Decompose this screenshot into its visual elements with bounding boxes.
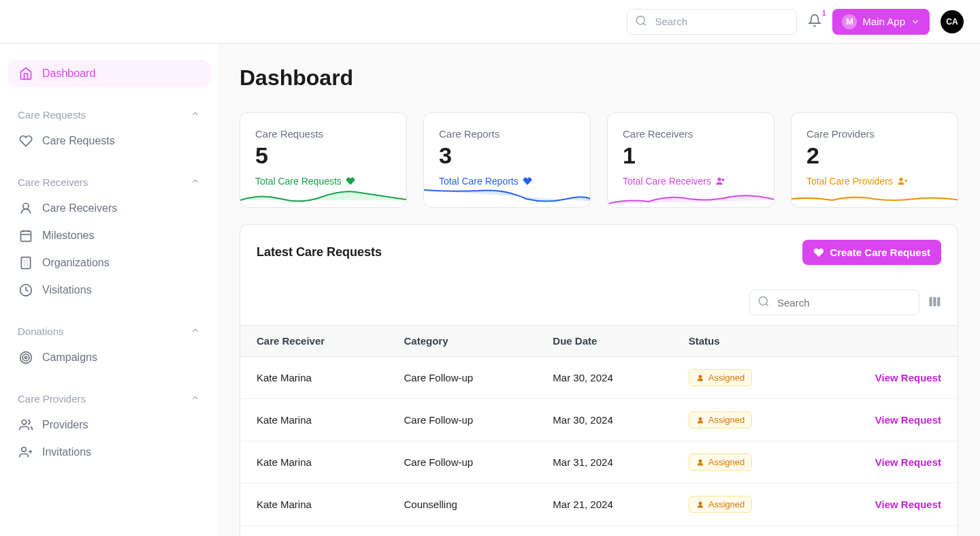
sparkline-icon: [608, 187, 774, 207]
table-row: Kate MarinaCare Follow-upMar 30, 2024Ass…: [240, 357, 958, 399]
svg-rect-3: [21, 231, 31, 241]
care-requests-table: Care Receiver Category Due Date Status K…: [240, 325, 958, 536]
section-title: Care Receivers: [18, 176, 88, 188]
notification-button[interactable]: 1: [808, 14, 821, 29]
users-solid-icon: [715, 176, 726, 187]
building-icon: [18, 256, 34, 270]
sidebar-item-campaigns[interactable]: Campaigns: [8, 344, 210, 371]
table-row: Kate MarinaCounsellingMar 21, 2024Assign…: [240, 484, 958, 526]
chevron-up-icon: [191, 109, 200, 121]
sidebar-item-invitations[interactable]: Invitations: [8, 439, 210, 466]
app-selector[interactable]: M Main App: [832, 9, 930, 35]
stat-footer: Total Care Providers: [806, 176, 943, 187]
section-title: Donations: [18, 326, 64, 337]
section-care-providers[interactable]: Care Providers: [8, 386, 210, 411]
status-badge: Assigned: [689, 454, 752, 471]
sidebar-item-label: Campaigns: [42, 351, 200, 364]
col-category: Category: [387, 326, 536, 357]
search-icon: [635, 14, 647, 29]
user-solid-icon: [696, 374, 704, 382]
stat-label: Care Requests: [255, 128, 391, 140]
cell-receiver: Kate Marina: [240, 484, 387, 526]
table-row: Kate MarinaCounsellingFeb 29, 2024Assign…: [240, 526, 958, 537]
table-search-input[interactable]: [749, 289, 919, 315]
sidebar-item-organizations[interactable]: Organizations: [8, 249, 210, 277]
svg-rect-28: [933, 297, 936, 306]
stat-footer: Total Care Reports: [439, 176, 575, 187]
sidebar-item-label: Providers: [42, 419, 200, 431]
stat-value: 3: [439, 142, 575, 169]
cell-category: Care Follow-up: [387, 441, 536, 484]
cell-category: Care Follow-up: [387, 357, 536, 399]
cell-status: Assigned: [672, 357, 813, 399]
view-request-link[interactable]: View Request: [813, 441, 958, 484]
section-care-requests[interactable]: Care Requests: [8, 102, 210, 127]
svg-rect-27: [930, 297, 932, 306]
stat-label: Care Reports: [439, 128, 575, 140]
cell-status: Assigned: [672, 484, 813, 526]
cell-due-date: Mar 30, 2024: [536, 357, 672, 399]
heart-icon: [18, 134, 34, 148]
cell-category: Counselling: [387, 526, 536, 537]
section-care-receivers[interactable]: Care Receivers: [8, 170, 210, 195]
sidebar-item-label: Visitations: [42, 284, 200, 296]
svg-point-30: [698, 375, 702, 378]
sidebar-item-label: Invitations: [42, 446, 200, 458]
svg-point-25: [759, 297, 767, 305]
chevron-down-icon: [911, 17, 920, 27]
sidebar-item-label: Organizations: [42, 257, 200, 269]
user-plus-icon: [18, 445, 34, 459]
notification-count: 1: [822, 10, 826, 17]
sidebar: Dashboard Care Requests Care Requests Ca…: [0, 44, 218, 536]
header-search[interactable]: [627, 9, 797, 35]
svg-line-1: [644, 22, 646, 25]
heart-icon-solid-icon: [346, 176, 355, 186]
cell-due-date: Mar 21, 2024: [536, 484, 672, 526]
svg-point-16: [22, 354, 29, 361]
sidebar-item-label: Milestones: [42, 230, 200, 242]
sidebar-item-visitations[interactable]: Visitations: [8, 277, 210, 304]
section-donations[interactable]: Donations: [8, 319, 210, 344]
svg-point-24: [899, 178, 902, 181]
sidebar-item-dashboard[interactable]: Dashboard: [8, 60, 210, 87]
svg-line-26: [766, 304, 768, 306]
cell-receiver: Kate Marina: [240, 357, 387, 399]
view-request-link[interactable]: View Request: [813, 357, 958, 399]
stat-card-care-requests: Care Requests 5 Total Care Requests: [240, 112, 407, 208]
view-request-link[interactable]: View Request: [813, 526, 958, 537]
sidebar-item-label: Care Receivers: [42, 202, 200, 215]
sidebar-item-milestones[interactable]: Milestones: [8, 222, 210, 249]
svg-point-32: [698, 459, 702, 462]
users-icon: [18, 418, 34, 432]
user-solid-icon: [696, 458, 704, 467]
clock-icon: [18, 283, 34, 297]
calendar-icon: [18, 229, 34, 242]
table-search[interactable]: [749, 289, 919, 315]
svg-point-18: [22, 420, 27, 425]
svg-point-0: [637, 16, 645, 24]
stat-card-care-providers: Care Providers 2 Total Care Providers: [791, 112, 958, 208]
search-icon: [757, 296, 770, 310]
svg-point-17: [24, 356, 27, 358]
sidebar-item-care-receivers[interactable]: Care Receivers: [8, 195, 210, 222]
view-request-link[interactable]: View Request: [813, 399, 958, 441]
table-row: Kate MarinaCare Follow-upMar 30, 2024Ass…: [240, 399, 958, 441]
app-badge: M: [842, 14, 857, 29]
stat-value: 1: [623, 142, 759, 169]
svg-point-23: [721, 178, 724, 181]
chevron-up-icon: [191, 176, 200, 188]
sidebar-item-care-requests[interactable]: Care Requests: [8, 127, 210, 155]
cell-receiver: Kate Marina: [240, 526, 387, 537]
view-request-link[interactable]: View Request: [813, 484, 958, 526]
header-search-input[interactable]: [627, 9, 797, 35]
cell-status: Assigned: [672, 441, 813, 484]
app-label: Main App: [862, 16, 905, 27]
stat-label: Care Receivers: [623, 128, 759, 140]
sidebar-item-providers[interactable]: Providers: [8, 411, 210, 439]
columns-icon[interactable]: [928, 295, 941, 311]
user-solid-icon: [696, 501, 704, 509]
cell-receiver: Kate Marina: [240, 441, 387, 484]
create-care-request-button[interactable]: Create Care Request: [802, 240, 941, 265]
create-button-label: Create Care Request: [830, 247, 930, 258]
avatar[interactable]: CA: [941, 10, 964, 33]
